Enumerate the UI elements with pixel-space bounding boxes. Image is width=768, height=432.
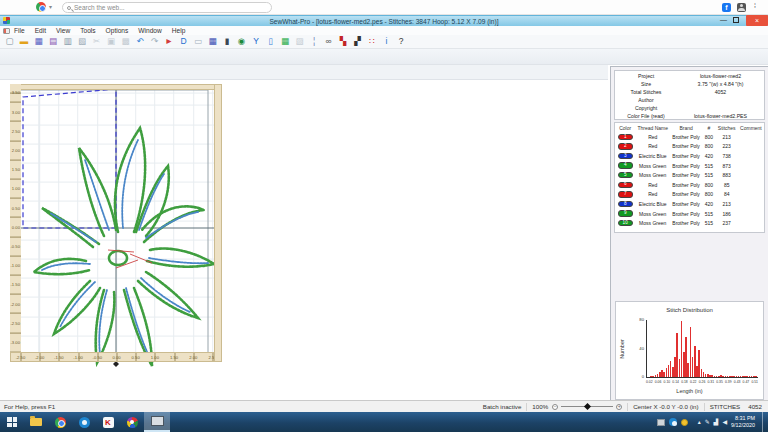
start-button[interactable] — [0, 412, 24, 432]
color-chip: 3 — [618, 153, 633, 160]
facebook-icon[interactable]: f — [722, 3, 731, 12]
network-icon[interactable]: ▟ — [714, 419, 719, 425]
thread-stitches: 237 — [716, 220, 738, 226]
maximize-button[interactable] — [733, 17, 739, 23]
print-icon[interactable]: ▤ — [47, 36, 60, 48]
search-input[interactable]: Search the web... — [62, 2, 272, 13]
color-chip: 2 — [618, 143, 633, 150]
design-canvas[interactable]: 3.503.002.502.001.501.000.500.00-0.50-1.… — [0, 80, 610, 400]
thread-name: Red — [635, 182, 670, 188]
thread-row[interactable]: 3Electric BlueBrother Poly420738 — [615, 151, 764, 161]
menu-window[interactable]: Window — [138, 27, 161, 34]
x-tick-label: 0.39 — [725, 380, 732, 384]
taskbar-clock[interactable]: 8:31 PM 9/12/2020 — [731, 415, 755, 429]
notes-icon[interactable]: ▭ — [192, 36, 205, 48]
minimize-button[interactable]: — — [720, 16, 727, 23]
thread-row[interactable]: 9Moss GreenBrother Poly515186 — [615, 209, 764, 219]
ruler-label: -2.50 — [10, 322, 20, 326]
thread-row[interactable]: 2RedBrother Poly800223 — [615, 142, 764, 152]
kaspersky-icon[interactable]: K — [96, 412, 120, 432]
sewing-machine-icon[interactable]: ▮ — [221, 36, 234, 48]
thread-stitches: 738 — [716, 153, 738, 159]
thread-row[interactable]: 7RedBrother Poly80084 — [615, 190, 764, 200]
color-chip: 9 — [618, 210, 633, 217]
undo-icon[interactable]: ↶ — [134, 36, 147, 48]
show-desktop-button[interactable] — [762, 412, 764, 432]
close-button[interactable]: × — [746, 15, 768, 26]
applique-red-icon[interactable]: ▚ — [337, 36, 350, 48]
menu-edit[interactable]: Edit — [35, 27, 46, 34]
color-chip: 10 — [618, 220, 633, 227]
file-explorer-icon[interactable] — [24, 412, 48, 432]
chrome-icon[interactable] — [36, 2, 46, 12]
tray-pen-icon[interactable]: ✎ — [705, 419, 710, 425]
new-file-icon[interactable]: ▢ — [3, 36, 16, 48]
color-palette-icon[interactable]: ▦ — [279, 36, 292, 48]
zoom-out-icon[interactable]: − — [552, 404, 558, 410]
tray-app-icon[interactable] — [657, 419, 665, 426]
x-tick-label: 0.31 — [707, 380, 714, 384]
design-info-panel: Projectlotus-flower-med2Size3.75 "(w) x … — [610, 66, 768, 402]
sewwhat-taskbar-icon[interactable] — [120, 412, 144, 432]
copy-icon: ▣ — [105, 36, 118, 48]
thread-row[interactable]: 5Moss GreenBrother Poly515883 — [615, 170, 764, 180]
more-menu-icon[interactable]: ⁞ — [754, 2, 756, 9]
color-chip: 6 — [618, 182, 633, 189]
applique-dark-icon[interactable]: ▞ — [351, 36, 364, 48]
menu-tools[interactable]: Tools — [80, 27, 95, 34]
page-setup-icon[interactable]: ▥ — [61, 36, 74, 48]
thread-brand: Brother Poly — [670, 134, 702, 140]
top-ruler — [10, 84, 222, 90]
thread-row[interactable]: 4Moss GreenBrother Poly515873 — [615, 161, 764, 171]
hoop-green-icon[interactable]: ◉ — [235, 36, 248, 48]
stitch-info-icon[interactable]: D — [177, 36, 190, 48]
context-help-icon[interactable]: ? — [395, 36, 408, 48]
taskbar: K ▴ ✎ ▟ ◀ 8:31 PM 9/12/2020 — [0, 412, 768, 432]
zoom-in-icon[interactable]: + — [616, 404, 622, 410]
open-folder-icon[interactable]: ▬ — [18, 36, 31, 48]
thread-spool-icon[interactable]: Y — [250, 36, 263, 48]
redo-icon[interactable]: ↷ — [148, 36, 161, 48]
column-header: # — [702, 125, 716, 131]
chevron-down-icon[interactable]: ▾ — [49, 3, 52, 10]
profile-icon[interactable] — [737, 3, 746, 12]
chrome-taskbar-icon[interactable] — [48, 412, 72, 432]
thread-row[interactable]: 1RedBrother Poly800213 — [615, 132, 764, 142]
thread-brand: Brother Poly — [670, 211, 702, 217]
menu-view[interactable]: View — [56, 27, 70, 34]
info-label: Project — [615, 73, 677, 79]
active-window-button[interactable] — [144, 412, 170, 432]
ruler-label: -1.50 — [10, 283, 20, 287]
save-design-icon[interactable]: ▦ — [206, 36, 219, 48]
tray-shield-icon[interactable] — [681, 419, 688, 426]
tray-circle-icon[interactable] — [669, 418, 677, 426]
thread-stitches: 85 — [716, 182, 738, 188]
y-tick-label: 0 — [632, 374, 644, 379]
blue-app-icon[interactable] — [72, 412, 96, 432]
ruler-label: -1.00 — [10, 264, 20, 268]
save-icon[interactable]: ▦ — [32, 36, 45, 48]
zoom-slider-thumb[interactable] — [584, 402, 591, 409]
hoop-select-icon[interactable]: ▯ — [264, 36, 277, 48]
about-icon[interactable]: i — [380, 36, 393, 48]
needle-icon[interactable]: ¦ — [308, 36, 321, 48]
volume-icon[interactable]: ◀ — [722, 419, 727, 425]
lotus-design-blue — [42, 140, 208, 354]
ruler-label: 1.50 — [166, 356, 182, 360]
sew-show-glasses-icon[interactable]: ∞ — [322, 36, 335, 48]
menu-options[interactable]: Options — [106, 27, 129, 34]
grid-red-icon[interactable]: ∷ — [366, 36, 379, 48]
tray-chevron-up-icon[interactable]: ▴ — [698, 419, 701, 425]
thread-row[interactable]: 6RedBrother Poly80085 — [615, 180, 764, 190]
zoom-slider[interactable] — [561, 406, 613, 407]
x-tick-label: 0.26 — [699, 380, 706, 384]
ruler-label: 3.50 — [12, 91, 20, 95]
menu-file[interactable]: File — [14, 27, 25, 34]
pointer-icon[interactable]: ► — [163, 36, 176, 48]
export-icon[interactable]: ▧ — [76, 36, 89, 48]
menu-help[interactable]: Help — [172, 27, 186, 34]
thread-stitches: 84 — [716, 191, 738, 197]
vertical-ruler: 3.503.002.502.001.501.000.500.00-0.50-1.… — [10, 84, 21, 362]
thread-row[interactable]: 8Electric BlueBrother Poly420213 — [615, 199, 764, 209]
thread-row[interactable]: 10Moss GreenBrother Poly515237 — [615, 218, 764, 228]
